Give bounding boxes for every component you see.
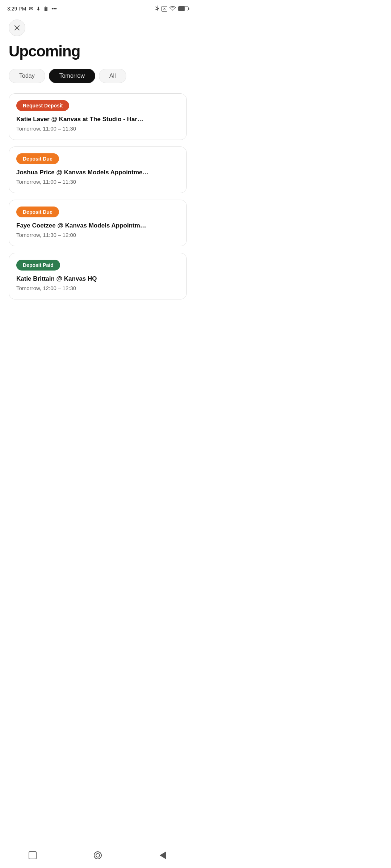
download-icon: ⬇ bbox=[36, 6, 41, 12]
badge-request-deposit: Request Deposit bbox=[16, 100, 69, 111]
card-title-4: Katie Brittain @ Kanvas HQ bbox=[16, 275, 179, 283]
wifi-icon bbox=[169, 6, 176, 12]
appointments-list: Request Deposit Katie Laver @ Kanvas at … bbox=[9, 93, 187, 299]
card-time-4: Tomorrow, 12:00 – 12:30 bbox=[16, 285, 179, 291]
more-icon: ••• bbox=[51, 6, 57, 12]
card-time-1: Tomorrow, 11:00 – 11:30 bbox=[16, 125, 179, 132]
close-button[interactable] bbox=[9, 20, 25, 36]
tab-all[interactable]: All bbox=[99, 69, 126, 83]
card-title-1: Katie Laver @ Kanvas at The Studio - Har… bbox=[16, 115, 179, 123]
main-content: Upcoming Today Tomorrow All Request Depo… bbox=[0, 16, 196, 315]
mail-icon: ✉ bbox=[29, 6, 33, 12]
appointment-card-4[interactable]: Deposit Paid Katie Brittain @ Kanvas HQ … bbox=[9, 253, 187, 299]
appointment-card-3[interactable]: Deposit Due Faye Coetzee @ Kanvas Models… bbox=[9, 200, 187, 246]
battery-icon bbox=[178, 6, 188, 11]
appointment-card-2[interactable]: Deposit Due Joshua Price @ Kanvas Models… bbox=[9, 146, 187, 193]
badge-deposit-paid: Deposit Paid bbox=[16, 260, 60, 271]
status-left: 3:29 PM ✉ ⬇ 🗑 ••• bbox=[7, 6, 57, 12]
card-time-3: Tomorrow, 11:30 – 12:00 bbox=[16, 232, 179, 238]
svg-point-0 bbox=[172, 10, 173, 10]
trash-icon: 🗑 bbox=[43, 6, 49, 12]
appointment-card-1[interactable]: Request Deposit Katie Laver @ Kanvas at … bbox=[9, 93, 187, 140]
badge-deposit-due-1: Deposit Due bbox=[16, 153, 59, 164]
page-title: Upcoming bbox=[9, 43, 187, 60]
bluetooth-icon bbox=[155, 5, 159, 12]
status-right: ✕ bbox=[155, 5, 188, 12]
status-bar: 3:29 PM ✉ ⬇ 🗑 ••• ✕ bbox=[0, 0, 196, 16]
card-title-2: Joshua Price @ Kanvas Models Appointme… bbox=[16, 169, 179, 176]
tab-today[interactable]: Today bbox=[9, 69, 45, 83]
time-display: 3:29 PM bbox=[7, 6, 26, 12]
card-time-2: Tomorrow, 11:00 – 11:30 bbox=[16, 179, 179, 185]
tab-tomorrow[interactable]: Tomorrow bbox=[49, 69, 95, 83]
filter-tabs: Today Tomorrow All bbox=[9, 69, 187, 83]
badge-deposit-due-2: Deposit Due bbox=[16, 207, 59, 217]
x-box-icon: ✕ bbox=[161, 6, 167, 12]
card-title-3: Faye Coetzee @ Kanvas Models Appointm… bbox=[16, 222, 179, 230]
